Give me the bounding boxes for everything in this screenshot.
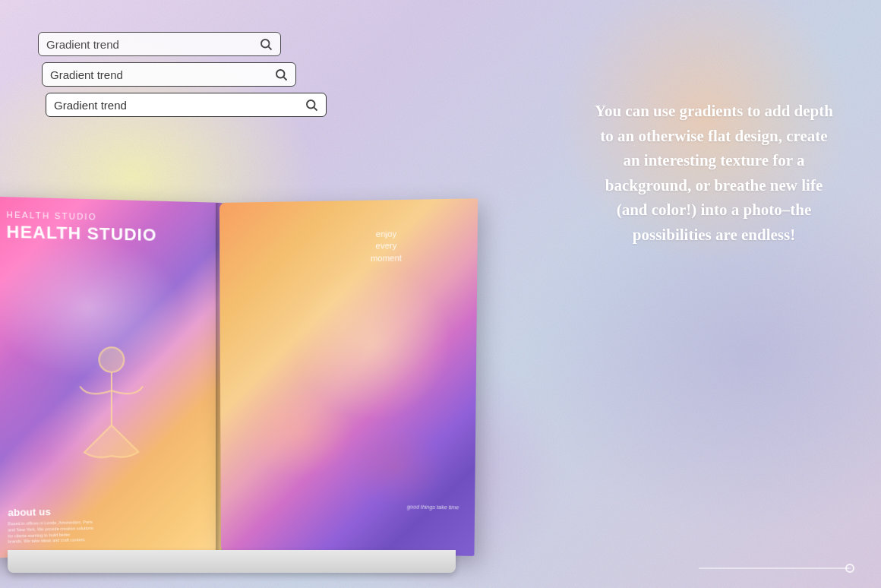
search-icon-3 [305, 98, 318, 112]
about-us-title: about us [8, 503, 211, 518]
book: HEALTH STUDIO HEALTH STUDIO [0, 178, 501, 573]
page-right-content: enjoy every moment good things take time [219, 198, 478, 556]
search-bars-container [46, 38, 327, 117]
search-bar-1[interactable] [38, 32, 281, 56]
enjoy-text: enjoy every moment [309, 227, 465, 265]
svg-point-2 [276, 70, 285, 78]
svg-point-4 [307, 100, 315, 109]
search-input-1[interactable] [46, 38, 253, 51]
svg-line-3 [283, 77, 286, 80]
page-left-content: HEALTH STUDIO HEALTH STUDIO [0, 197, 226, 558]
progress-bar [699, 567, 851, 569]
search-icon-1 [259, 37, 273, 51]
book-pages-stack [8, 550, 456, 573]
description-text: You can use gradients to add depth to an… [592, 99, 835, 247]
svg-point-6 [99, 347, 124, 372]
search-icon-2 [274, 68, 288, 81]
book-container: HEALTH STUDIO HEALTH STUDIO [0, 147, 501, 573]
health-studio-title: HEALTH STUDIO [6, 223, 213, 246]
about-us-text: Based in offices in Londo, Amsterdam, Pa… [8, 517, 210, 545]
search-input-2[interactable] [50, 68, 268, 81]
svg-point-0 [261, 40, 270, 48]
good-things-text: good things take time [407, 504, 459, 511]
about-us-section: about us Based in offices in Londo, Amst… [8, 503, 211, 545]
search-bar-2[interactable] [42, 62, 296, 87]
progress-dot [845, 564, 854, 573]
svg-line-1 [268, 46, 271, 49]
page-left: HEALTH STUDIO HEALTH STUDIO [0, 197, 226, 558]
search-bar-3[interactable] [46, 93, 327, 117]
page-right: enjoy every moment good things take time [219, 198, 478, 556]
svg-line-5 [314, 107, 317, 110]
search-input-3[interactable] [54, 99, 298, 112]
yoga-figure [64, 340, 157, 495]
